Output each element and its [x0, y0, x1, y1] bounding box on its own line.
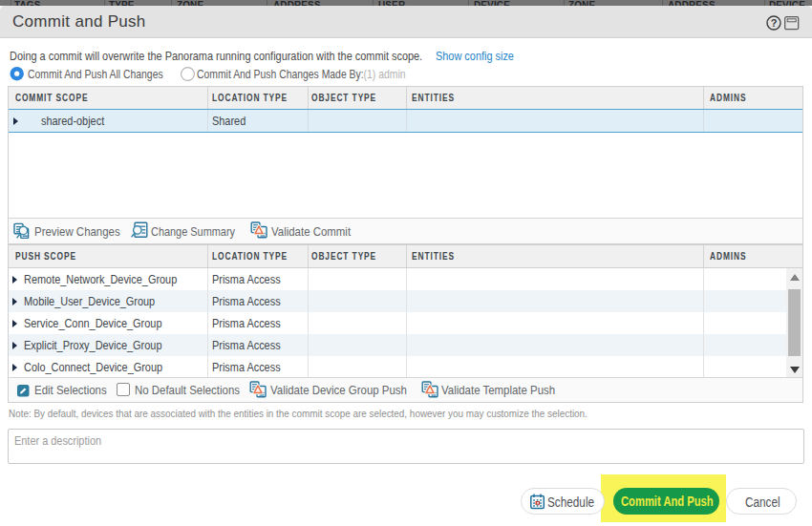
- svg-text:?: ?: [771, 17, 778, 29]
